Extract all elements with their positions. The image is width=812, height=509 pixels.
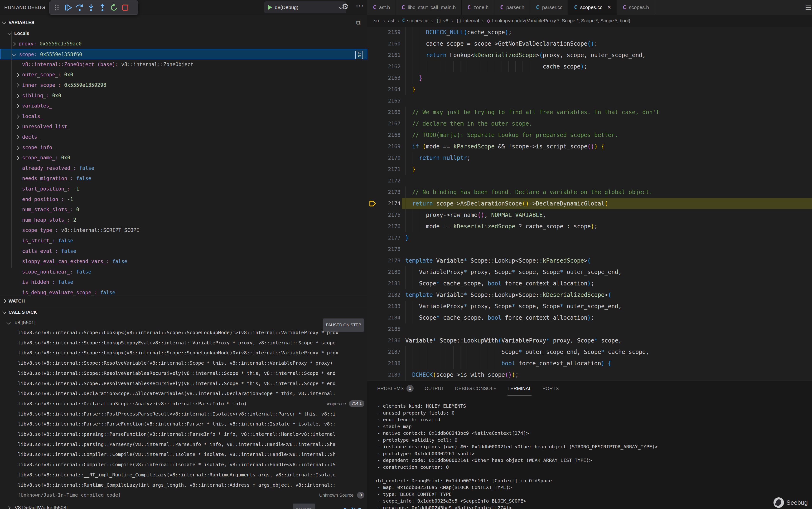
call-stack-section-header[interactable]: CALL STACK <box>0 307 367 317</box>
code-line[interactable]: 2179template Variable* Scope::Lookup<Sco… <box>367 255 812 266</box>
line-number[interactable]: 2187 <box>376 346 401 358</box>
code-line[interactable]: 2159 DCHECK_NULL(cache_scope); <box>367 27 812 38</box>
code-line[interactable]: 2163 } <box>367 72 812 84</box>
code-line[interactable]: 2174 return scope->AsDeclarationScope()-… <box>367 198 812 209</box>
variable-row[interactable]: decls_ <box>0 132 367 142</box>
code-line[interactable]: 2183 VariableProxy* proxy, Scope* scope,… <box>367 301 812 312</box>
breadcrumb-item[interactable]: {}internal <box>456 18 479 24</box>
code-line[interactable]: 2161 return Lookup<kDeserializedScope>(p… <box>367 49 812 61</box>
line-number[interactable]: 2170 <box>376 152 401 164</box>
variable-row[interactable]: start_position_: -1 <box>0 183 367 194</box>
breadcrumb-item[interactable]: src <box>374 18 380 24</box>
terminal-output[interactable]: - elements kind: HOLEY_ELEMENTS - unused… <box>374 403 810 509</box>
call-stack-thread-row[interactable]: d8 [5501] PAUSED ON STEP <box>0 317 367 328</box>
code-line[interactable]: 2171 } <box>367 164 812 175</box>
line-number[interactable]: 2163 <box>376 72 401 84</box>
code-line[interactable]: 2184 Scope* cache_scope, bool force_cont… <box>367 312 812 324</box>
ellipsis-icon[interactable]: ⋯ <box>356 1 364 10</box>
line-number[interactable]: 2180 <box>376 266 401 278</box>
variable-row[interactable]: outer_scope_: 0x0 <box>0 69 367 80</box>
code-line[interactable]: 2189 DCHECK(scope->is_with_scope()); <box>367 369 812 380</box>
line-number[interactable]: 2177 <box>376 232 401 243</box>
line-number[interactable]: 2167 <box>376 118 401 129</box>
call-stack-frame[interactable]: libv8.so!v8::internal::Scope::ResolveVar… <box>0 378 367 388</box>
line-number[interactable]: 2161 <box>376 49 401 61</box>
variable-row[interactable]: end_position_: -1 <box>0 194 367 205</box>
panel-tab-problems[interactable]: PROBLEMS1 <box>377 381 414 396</box>
code-line[interactable]: 2186Variable* Scope::LookupWith(Variable… <box>367 335 812 346</box>
line-number[interactable]: 2164 <box>376 84 401 95</box>
line-number[interactable]: 2169 <box>376 141 401 152</box>
panel-tab-ports[interactable]: PORTS <box>543 381 559 396</box>
variable-row[interactable]: sibling_: 0x0 <box>0 90 367 101</box>
line-number[interactable]: 2182 <box>376 289 401 301</box>
tab-scopes.cc[interactable]: Cscopes.cc✕ <box>568 0 617 15</box>
line-number[interactable]: 2179 <box>376 255 401 266</box>
step-into-icon[interactable] <box>85 2 97 13</box>
watch-section-header[interactable]: WATCH <box>0 296 367 306</box>
code-line[interactable]: 2166 // We may just be trying to find al… <box>367 107 812 118</box>
line-number[interactable]: 2176 <box>376 221 401 232</box>
variable-row[interactable]: num_heap_slots_: 2 <box>0 215 367 225</box>
code-line[interactable]: 2162 cache_scope); <box>367 61 812 72</box>
variable-row[interactable]: num_stack_slots_: 0 <box>0 204 367 215</box>
code-line[interactable]: 2188 bool force_context_allocation) { <box>367 358 812 369</box>
breadcrumb-item[interactable]: Cscopes.cc <box>402 18 428 24</box>
call-stack-frame[interactable]: libv8.so!v8::internal::Scope::ResolveVar… <box>0 368 367 378</box>
code-line[interactable]: 2176 mode == kDeserializedScope ? cache_… <box>367 221 812 232</box>
line-number[interactable]: 2165 <box>376 95 401 107</box>
code-line[interactable]: 2172 <box>367 175 812 186</box>
variables-section-header[interactable]: VARIABLES ⧉ <box>0 18 367 28</box>
line-number[interactable]: 2173 <box>376 186 401 198</box>
line-number[interactable]: 2175 <box>376 209 401 221</box>
tab-zone.h[interactable]: Czone.h <box>462 0 494 15</box>
variable-row[interactable]: Locals <box>0 28 367 38</box>
step-out-icon[interactable] <box>97 2 108 13</box>
tab-parser.cc[interactable]: Cparser.cc <box>530 0 568 15</box>
code-editor[interactable]: 2159 DCHECK_NULL(cache_scope);2160 cache… <box>367 27 812 380</box>
variable-row[interactable]: already_resolved_: false <box>0 163 367 173</box>
copy-icon[interactable]: ⧉ <box>356 19 361 27</box>
call-stack-frame[interactable]: libv8.so!v8::internal::Compiler::Compile… <box>0 449 367 460</box>
code-line[interactable]: 2180 VariableProxy* proxy, Scope* scope,… <box>367 266 812 278</box>
restart-icon[interactable] <box>108 2 119 13</box>
call-stack-frame[interactable]: libv8.so!v8::internal::Parser::ParseFunc… <box>0 419 367 429</box>
panel-tab-terminal[interactable]: TERMINAL <box>508 381 531 396</box>
call-stack-frame[interactable]: libv8.so!v8::internal::parsing::ParseFun… <box>0 429 367 439</box>
line-number[interactable]: 2171 <box>376 164 401 175</box>
variable-row[interactable]: locals_ <box>0 111 367 122</box>
line-number[interactable]: 2172 <box>376 175 401 186</box>
variable-row[interactable]: scope: 0x5559e1358f600110 <box>0 49 367 59</box>
variable-row[interactable]: scope_nonlinear_: false <box>0 267 367 277</box>
code-line[interactable]: 2181 Scope* cache_scope, bool force_cont… <box>367 278 812 289</box>
code-line[interactable]: 2169 if (mode == kParsedScope && !scope-… <box>367 141 812 152</box>
variable-row[interactable]: is_hidden_: false <box>0 277 367 287</box>
variable-row[interactable]: calls_eval_: false <box>0 246 367 257</box>
variable-row[interactable]: is_debug_evaluate_scope_: false <box>0 287 367 296</box>
line-number[interactable]: 2185 <box>376 324 401 335</box>
variable-row[interactable]: inner_scope_: 0x5559e1359298 <box>0 80 367 90</box>
call-stack-frame[interactable]: libv8.so!v8::internal::DeclarationScope:… <box>0 399 367 409</box>
stop-icon[interactable] <box>119 2 131 13</box>
code-line[interactable]: 2177} <box>367 232 812 243</box>
variable-row[interactable]: v8::internal::ZoneObject (base): v8::int… <box>0 59 367 70</box>
variable-row[interactable]: scope_name_: 0x0 <box>0 152 367 163</box>
step-over-icon[interactable] <box>74 2 85 13</box>
call-stack-frame[interactable]: libv8.so!v8::internal::Scope::Lookup<(v8… <box>0 348 367 358</box>
variable-row[interactable]: needs_migration_: false <box>0 173 367 183</box>
call-stack-frame[interactable]: libv8.so!v8::internal::Scope::LookupSlop… <box>0 338 367 348</box>
line-number[interactable]: 2183 <box>376 301 401 312</box>
variable-row[interactable]: is_strict_: false <box>0 235 367 246</box>
call-stack-frame[interactable]: libv8.so!v8::internal::DeclarationScope:… <box>0 388 367 399</box>
start-debug-icon[interactable] <box>268 5 272 10</box>
call-stack-frame[interactable]: libv8.so!v8::internal::Parser::PostProce… <box>0 409 367 419</box>
code-line[interactable]: 2164 } <box>367 84 812 95</box>
gear-icon[interactable]: ⚙ <box>342 2 349 11</box>
code-line[interactable]: 2175 proxy->raw_name(), NORMAL_VARIABLE, <box>367 209 812 221</box>
code-line[interactable]: 2178 <box>367 243 812 255</box>
code-line[interactable]: 2160 cache_scope = scope->GetNonEvalDecl… <box>367 38 812 49</box>
variable-row[interactable]: scope_info_ <box>0 142 367 153</box>
code-line[interactable]: 2167 // declare them in the outer scope. <box>367 118 812 129</box>
line-number[interactable]: 2168 <box>376 129 401 141</box>
call-stack-thread-row[interactable]: V8 DefaultWorke [5508] PAUSED ▶↻■ <box>0 502 367 509</box>
